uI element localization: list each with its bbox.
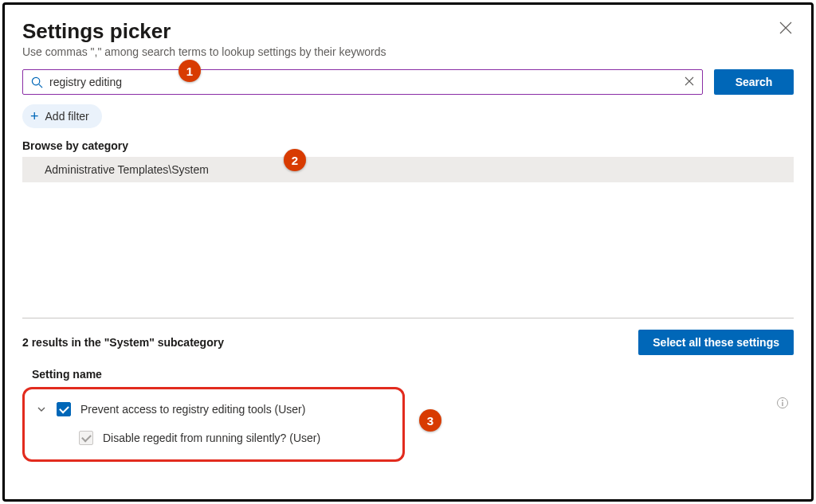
add-filter-label: Add filter [45, 110, 89, 123]
page-title: Settings picker [22, 19, 386, 44]
setting-row[interactable]: Prevent access to registry editing tools… [33, 397, 394, 421]
search-box[interactable] [22, 69, 703, 95]
info-icon[interactable] [776, 397, 789, 412]
search-input[interactable] [43, 76, 685, 88]
divider [22, 318, 794, 318]
search-icon [31, 76, 43, 88]
annotation-badge-2: 2 [284, 149, 306, 171]
results-summary: 2 results in the "System" subcategory [22, 336, 224, 349]
svg-point-3 [782, 400, 783, 401]
annotation-badge-1: 1 [178, 60, 201, 82]
select-all-button[interactable]: Select all these settings [638, 330, 794, 355]
setting-row-child[interactable]: Disable regedit from running silently? (… [33, 426, 394, 450]
column-header-setting-name: Setting name [22, 368, 794, 381]
setting-checkbox[interactable] [57, 402, 71, 416]
svg-line-1 [39, 84, 42, 87]
close-icon[interactable] [778, 19, 794, 38]
setting-label: Prevent access to registry editing tools… [80, 403, 305, 416]
setting-group-highlight: Prevent access to registry editing tools… [22, 387, 405, 462]
search-button[interactable]: Search [714, 69, 794, 95]
clear-search-icon[interactable] [685, 76, 694, 88]
setting-label: Disable regedit from running silently? (… [103, 432, 320, 444]
svg-point-0 [32, 77, 39, 84]
category-row[interactable]: Administrative Templates\System [22, 157, 794, 182]
setting-checkbox-disabled [79, 431, 93, 445]
browse-by-category-label: Browse by category [22, 139, 794, 152]
chevron-down-icon[interactable] [36, 404, 47, 414]
plus-icon: + [30, 109, 39, 123]
page-subtitle: Use commas "," among search terms to loo… [22, 45, 386, 58]
add-filter-button[interactable]: + Add filter [22, 104, 102, 128]
svg-rect-4 [782, 402, 783, 406]
annotation-badge-3: 3 [419, 409, 441, 432]
